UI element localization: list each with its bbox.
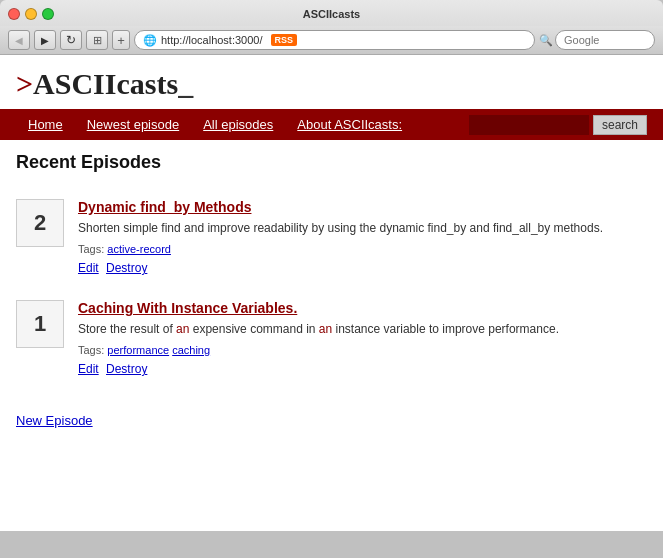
nav-newest-episode[interactable]: Newest episode [75, 109, 192, 140]
tag-caching[interactable]: caching [172, 344, 210, 356]
search-icon: 🔍 [539, 34, 553, 47]
episode-body-2: Dynamic find_by Methods Shorten simple f… [78, 199, 647, 275]
logo-bracket: > [16, 67, 33, 100]
episode-title-2[interactable]: Dynamic find_by Methods [78, 199, 647, 215]
nav-search-input[interactable] [469, 115, 589, 135]
tags-label-2: Tags: [78, 243, 104, 255]
destroy-link-1[interactable]: Destroy [106, 362, 147, 376]
window-buttons [8, 8, 54, 20]
bookmark-button[interactable]: ⊞ [86, 30, 108, 50]
edit-link-1[interactable]: Edit [78, 362, 99, 376]
new-episode-link[interactable]: New Episode [16, 405, 647, 428]
refresh-button[interactable]: ↻ [60, 30, 82, 50]
section-title: Recent Episodes [16, 152, 647, 173]
forward-button[interactable]: ▶ [34, 30, 56, 50]
episode-actions-1: Edit Destroy [78, 362, 647, 376]
nav-all-episodes[interactable]: All episodes [191, 109, 285, 140]
tag-active-record[interactable]: active-record [107, 243, 171, 255]
add-tab-button[interactable]: + [112, 30, 130, 50]
edit-link-2[interactable]: Edit [78, 261, 99, 275]
bookmark-icon: ⊞ [93, 34, 102, 47]
forward-icon: ▶ [41, 35, 49, 46]
episode-desc-1: Store the result of an expensive command… [78, 320, 647, 338]
main-content: Recent Episodes 2 Dynamic find_by Method… [0, 140, 663, 440]
title-bar: ASCIIcasts [0, 6, 663, 26]
episode-desc-2: Shorten simple find and improve readabil… [78, 219, 647, 237]
destroy-link-2[interactable]: Destroy [106, 261, 147, 275]
url-bar[interactable]: 🌐 http://localhost:3000/ RSS [134, 30, 535, 50]
highlight-an: an [176, 322, 189, 336]
episode-actions-2: Edit Destroy [78, 261, 647, 275]
episode-list: 2 Dynamic find_by Methods Shorten simple… [16, 187, 647, 389]
highlight-an-2: an [319, 322, 332, 336]
close-button[interactable] [8, 8, 20, 20]
browser-search-bar: 🔍 [539, 30, 655, 50]
nav-search-area: search [469, 115, 647, 135]
episode-body-1: Caching With Instance Variables. Store t… [78, 300, 647, 376]
logo-main: ASCIIcasts [33, 67, 178, 100]
episode-title-1[interactable]: Caching With Instance Variables. [78, 300, 647, 316]
page-content: >ASCIIcasts_ Home Newest episode All epi… [0, 55, 663, 531]
back-button[interactable]: ◀ [8, 30, 30, 50]
logo-cursor: _ [178, 67, 193, 100]
browser-toolbar: ◀ ▶ ↻ ⊞ + 🌐 http://localhost:3000/ RSS 🔍 [0, 26, 663, 55]
nav-home[interactable]: Home [16, 109, 75, 140]
episode-tags-1: Tags: performance caching [78, 344, 647, 356]
site-logo: >ASCIIcasts_ [16, 67, 647, 101]
episode-tags-2: Tags: active-record [78, 243, 647, 255]
episode-number-2: 2 [16, 199, 64, 247]
browser-search-input[interactable] [555, 30, 655, 50]
tags-label-1: Tags: [78, 344, 104, 356]
window-title: ASCIIcasts [303, 8, 360, 20]
nav-bar: Home Newest episode All episodes About A… [0, 109, 663, 140]
back-icon: ◀ [15, 35, 23, 46]
tag-performance[interactable]: performance [107, 344, 169, 356]
minimize-button[interactable] [25, 8, 37, 20]
refresh-icon: ↻ [66, 33, 76, 47]
globe-icon: 🌐 [143, 34, 157, 47]
nav-about[interactable]: About ASCIIcasts: [285, 109, 414, 140]
nav-search-button[interactable]: search [593, 115, 647, 135]
rss-badge: RSS [271, 34, 298, 46]
table-row: 1 Caching With Instance Variables. Store… [16, 288, 647, 389]
episode-number-1: 1 [16, 300, 64, 348]
table-row: 2 Dynamic find_by Methods Shorten simple… [16, 187, 647, 288]
url-text: http://localhost:3000/ [161, 34, 263, 46]
window-chrome: ASCIIcasts ◀ ▶ ↻ ⊞ + 🌐 http://localhost:… [0, 0, 663, 55]
maximize-button[interactable] [42, 8, 54, 20]
add-tab-icon: + [117, 33, 125, 48]
site-header: >ASCIIcasts_ [0, 55, 663, 109]
